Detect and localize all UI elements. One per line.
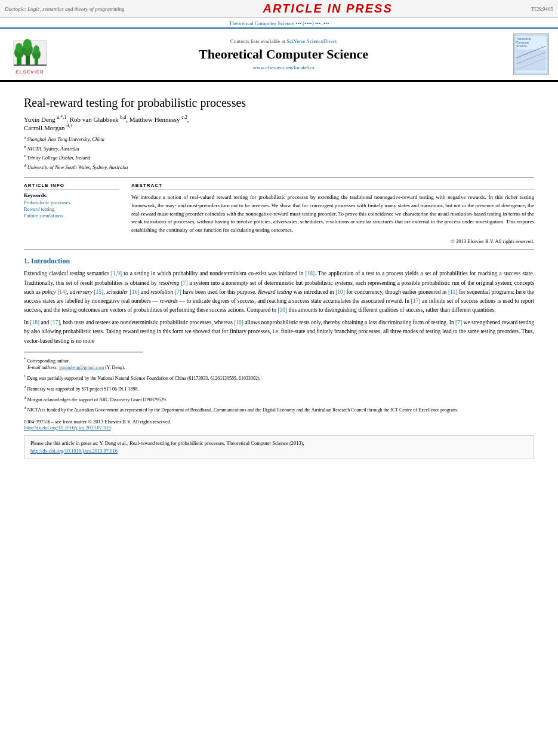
article-info-title: ARTICLE INFO <box>24 183 119 190</box>
copyright-notice: © 2013 Elsevier B.V. All rights reserved… <box>131 238 534 244</box>
doi-link-cite[interactable]: http://dx.doi.org/10.1016/j.tcs.2013.07.… <box>30 448 118 454</box>
affiliation-a: a Shanghai Jiao Tong University, China <box>24 134 534 143</box>
elsevier-label: ELSEVIER <box>16 69 44 75</box>
footnote-star: * Corresponding author. E-mail address: … <box>24 356 534 372</box>
footnote-divider <box>24 352 143 352</box>
contents-line: Contents lists available at SciVerse Sci… <box>54 38 513 44</box>
keyword-1[interactable]: Probabilistic processes <box>24 199 119 205</box>
svg-point-6 <box>23 39 32 50</box>
doi-link-issn[interactable]: http://dx.doi.org/10.1016/j.tcs.2013.07.… <box>24 425 111 431</box>
keywords-label: Keywords: <box>24 192 119 198</box>
journal-title: Theoretical Computer Science <box>54 47 513 62</box>
affiliation-d: d University of New South Wales, Sydney,… <box>24 162 534 171</box>
paper-body: Real-reward testing for probabilistic pr… <box>0 82 558 465</box>
keyword-2[interactable]: Reward testing <box>24 206 119 212</box>
journal-url[interactable]: www.elsevier.com/locate/tcs <box>54 64 513 70</box>
footnote-1: 1 Deng was partially supported by the Na… <box>24 373 534 382</box>
article-in-press-label: ARTICLE IN PRESS <box>263 2 393 16</box>
top-bar: Doctopic: Logic, semantics and theory of… <box>0 0 558 18</box>
svg-rect-10 <box>14 64 47 66</box>
article-meta-section: ARTICLE INFO Keywords: Probabilistic pro… <box>24 183 534 245</box>
elsevier-logo: ELSEVIER <box>6 35 54 75</box>
svg-text:Science: Science <box>516 44 527 48</box>
tcs-number: TCS:9405 <box>531 6 553 12</box>
journal-citation: Theoretical Computer Science ••• (••••) … <box>229 20 329 26</box>
svg-point-3 <box>16 43 23 53</box>
authors-line: Yuxin Deng a,*,1, Rob van Glabbeek b,d, … <box>24 115 534 131</box>
keyword-3[interactable]: Failure simulations <box>24 213 119 219</box>
intro-divider <box>24 249 534 250</box>
journal-center: Contents lists available at SciVerse Sci… <box>54 38 513 70</box>
tcs-logo-right: Theoretical Computer Science <box>513 33 552 75</box>
journal-header: ELSEVIER Contents lists available at Sci… <box>0 29 558 82</box>
cite-box: Please cite this article in press as: Y.… <box>24 435 534 459</box>
abstract-title: ABSTRACT <box>131 183 534 190</box>
article-info-panel: ARTICLE INFO Keywords: Probabilistic pro… <box>24 183 119 245</box>
intro-paragraph-2: In [18] and [17], both tests and testees… <box>24 318 534 346</box>
intro-paragraph-1: Extending classical testing semantics [1… <box>24 269 534 315</box>
affiliations-block: a Shanghai Jiao Tong University, China b… <box>24 134 534 171</box>
paper-title: Real-reward testing for probabilistic pr… <box>24 96 534 110</box>
footnote-3: 3 Morgan acknowledges the support of ARC… <box>24 395 534 404</box>
elsevier-tree-icon <box>11 35 50 67</box>
doctopic-label: Doctopic: Logic, semantics and theory of… <box>5 6 124 12</box>
email-link[interactable]: yuxindeng@gmail.com <box>59 365 104 370</box>
journal-line: Theoretical Computer Science ••• (••••) … <box>0 18 558 29</box>
issn-line: 0304-3975/$ – see front matter © 2013 El… <box>24 419 534 431</box>
svg-rect-16 <box>516 50 546 70</box>
affiliation-c: c Trinity College Dublin, Ireland <box>24 153 534 162</box>
affiliation-b: b NICTA, Sydney, Australia <box>24 144 534 153</box>
footnote-2: 2 Hennessy was supported by SFI project … <box>24 384 534 393</box>
meta-divider <box>24 177 534 178</box>
abstract-text: We introduce a notion of real-valued rew… <box>131 193 534 235</box>
svg-point-9 <box>33 45 39 54</box>
abstract-panel: ABSTRACT We introduce a notion of real-v… <box>131 183 534 245</box>
sciverse-link[interactable]: SciVerse ScienceDirect <box>286 38 337 44</box>
footnote-4: 4 NICTA is funded by the Australian Gove… <box>24 405 534 414</box>
section-introduction-title: 1. Introduction <box>24 257 534 266</box>
tcs-thumbnail-image: Theoretical Computer Science <box>513 33 549 75</box>
